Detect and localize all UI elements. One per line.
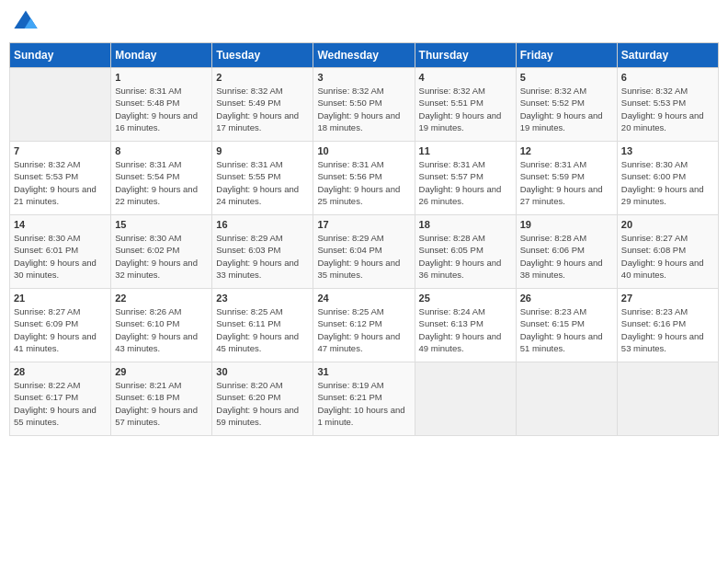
day-number: 14: [14, 219, 107, 230]
col-header-thursday: Thursday: [415, 43, 516, 68]
calendar-cell: 1 Sunrise: 8:31 AMSunset: 5:48 PMDayligh…: [111, 68, 212, 142]
day-number: 8: [115, 145, 208, 156]
logo-icon: [13, 9, 39, 35]
day-number: 24: [317, 293, 410, 304]
day-number: 4: [419, 72, 512, 83]
calendar-cell: 2 Sunrise: 8:32 AMSunset: 5:49 PMDayligh…: [212, 68, 313, 142]
calendar-cell: [516, 362, 617, 436]
day-number: 21: [14, 293, 107, 304]
calendar-cell: 6 Sunrise: 8:32 AMSunset: 5:53 PMDayligh…: [617, 68, 718, 142]
page-header: [9, 9, 719, 35]
day-info: Sunrise: 8:32 AMSunset: 5:53 PMDaylight:…: [621, 85, 714, 133]
calendar-cell: [10, 68, 111, 142]
calendar-cell: 9 Sunrise: 8:31 AMSunset: 5:55 PMDayligh…: [212, 142, 313, 215]
day-info: Sunrise: 8:21 AMSunset: 6:18 PMDaylight:…: [115, 379, 208, 428]
day-number: 7: [14, 145, 107, 156]
day-number: 2: [216, 72, 309, 83]
day-info: Sunrise: 8:30 AMSunset: 6:00 PMDaylight:…: [621, 158, 714, 207]
day-info: Sunrise: 8:30 AMSunset: 6:02 PMDaylight:…: [115, 232, 208, 281]
col-header-tuesday: Tuesday: [212, 43, 313, 68]
calendar-cell: 21 Sunrise: 8:27 AMSunset: 6:09 PMDaylig…: [10, 289, 111, 362]
day-number: 23: [216, 293, 309, 304]
day-number: 16: [216, 219, 309, 230]
day-number: 30: [216, 366, 309, 377]
day-number: 15: [115, 219, 208, 230]
day-info: Sunrise: 8:28 AMSunset: 6:05 PMDaylight:…: [419, 232, 512, 281]
col-header-saturday: Saturday: [617, 43, 718, 68]
calendar-cell: 27 Sunrise: 8:23 AMSunset: 6:16 PMDaylig…: [617, 289, 718, 362]
day-number: 9: [216, 145, 309, 156]
day-info: Sunrise: 8:31 AMSunset: 5:48 PMDaylight:…: [115, 85, 208, 133]
day-info: Sunrise: 8:32 AMSunset: 5:49 PMDaylight:…: [216, 85, 309, 133]
calendar-week-4: 21 Sunrise: 8:27 AMSunset: 6:09 PMDaylig…: [10, 289, 719, 362]
day-number: 29: [115, 366, 208, 377]
day-info: Sunrise: 8:19 AMSunset: 6:21 PMDaylight:…: [317, 379, 410, 428]
day-number: 5: [520, 72, 613, 83]
day-number: 26: [520, 293, 613, 304]
day-info: Sunrise: 8:20 AMSunset: 6:20 PMDaylight:…: [216, 379, 309, 428]
day-info: Sunrise: 8:31 AMSunset: 5:55 PMDaylight:…: [216, 158, 309, 207]
day-number: 1: [115, 72, 208, 83]
day-number: 18: [419, 219, 512, 230]
day-info: Sunrise: 8:32 AMSunset: 5:52 PMDaylight:…: [520, 85, 613, 133]
day-info: Sunrise: 8:22 AMSunset: 6:17 PMDaylight:…: [14, 379, 107, 428]
calendar-header: SundayMondayTuesdayWednesdayThursdayFrid…: [10, 43, 719, 68]
calendar-cell: 7 Sunrise: 8:32 AMSunset: 5:53 PMDayligh…: [10, 142, 111, 215]
day-info: Sunrise: 8:31 AMSunset: 5:56 PMDaylight:…: [317, 158, 410, 207]
calendar-cell: 8 Sunrise: 8:31 AMSunset: 5:54 PMDayligh…: [111, 142, 212, 215]
calendar-cell: 20 Sunrise: 8:27 AMSunset: 6:08 PMDaylig…: [617, 215, 718, 289]
calendar-cell: 26 Sunrise: 8:23 AMSunset: 6:15 PMDaylig…: [516, 289, 617, 362]
col-header-friday: Friday: [516, 43, 617, 68]
day-info: Sunrise: 8:26 AMSunset: 6:10 PMDaylight:…: [115, 305, 208, 354]
calendar-cell: [617, 362, 718, 436]
day-info: Sunrise: 8:27 AMSunset: 6:09 PMDaylight:…: [14, 305, 107, 354]
day-number: 12: [520, 145, 613, 156]
day-info: Sunrise: 8:24 AMSunset: 6:13 PMDaylight:…: [419, 305, 512, 354]
col-header-sunday: Sunday: [10, 43, 111, 68]
calendar-cell: 31 Sunrise: 8:19 AMSunset: 6:21 PMDaylig…: [313, 362, 415, 436]
calendar-cell: 23 Sunrise: 8:25 AMSunset: 6:11 PMDaylig…: [212, 289, 313, 362]
calendar-cell: 25 Sunrise: 8:24 AMSunset: 6:13 PMDaylig…: [415, 289, 516, 362]
calendar-cell: 17 Sunrise: 8:29 AMSunset: 6:04 PMDaylig…: [313, 215, 415, 289]
calendar-cell: 28 Sunrise: 8:22 AMSunset: 6:17 PMDaylig…: [10, 362, 111, 436]
calendar-week-5: 28 Sunrise: 8:22 AMSunset: 6:17 PMDaylig…: [10, 362, 719, 436]
day-info: Sunrise: 8:32 AMSunset: 5:51 PMDaylight:…: [419, 85, 512, 133]
day-number: 31: [317, 366, 410, 377]
day-info: Sunrise: 8:31 AMSunset: 5:59 PMDaylight:…: [520, 158, 613, 207]
day-number: 3: [317, 72, 410, 83]
calendar-cell: 30 Sunrise: 8:20 AMSunset: 6:20 PMDaylig…: [212, 362, 313, 436]
calendar-cell: 12 Sunrise: 8:31 AMSunset: 5:59 PMDaylig…: [516, 142, 617, 215]
day-info: Sunrise: 8:32 AMSunset: 5:50 PMDaylight:…: [317, 85, 410, 133]
day-info: Sunrise: 8:23 AMSunset: 6:15 PMDaylight:…: [520, 305, 613, 354]
day-info: Sunrise: 8:25 AMSunset: 6:12 PMDaylight:…: [317, 305, 410, 354]
calendar-week-3: 14 Sunrise: 8:30 AMSunset: 6:01 PMDaylig…: [10, 215, 719, 289]
calendar-cell: 14 Sunrise: 8:30 AMSunset: 6:01 PMDaylig…: [10, 215, 111, 289]
calendar-week-2: 7 Sunrise: 8:32 AMSunset: 5:53 PMDayligh…: [10, 142, 719, 215]
day-info: Sunrise: 8:31 AMSunset: 5:57 PMDaylight:…: [419, 158, 512, 207]
day-info: Sunrise: 8:30 AMSunset: 6:01 PMDaylight:…: [14, 232, 107, 281]
day-info: Sunrise: 8:29 AMSunset: 6:04 PMDaylight:…: [317, 232, 410, 281]
day-info: Sunrise: 8:27 AMSunset: 6:08 PMDaylight:…: [621, 232, 714, 281]
day-info: Sunrise: 8:31 AMSunset: 5:54 PMDaylight:…: [115, 158, 208, 207]
calendar-cell: 29 Sunrise: 8:21 AMSunset: 6:18 PMDaylig…: [111, 362, 212, 436]
day-number: 13: [621, 145, 714, 156]
calendar-cell: 13 Sunrise: 8:30 AMSunset: 6:00 PMDaylig…: [617, 142, 718, 215]
calendar-table: SundayMondayTuesdayWednesdayThursdayFrid…: [9, 42, 719, 436]
calendar-cell: [415, 362, 516, 436]
day-number: 6: [621, 72, 714, 83]
day-info: Sunrise: 8:23 AMSunset: 6:16 PMDaylight:…: [621, 305, 714, 354]
col-header-wednesday: Wednesday: [313, 43, 415, 68]
day-number: 17: [317, 219, 410, 230]
day-number: 28: [14, 366, 107, 377]
calendar-cell: 15 Sunrise: 8:30 AMSunset: 6:02 PMDaylig…: [111, 215, 212, 289]
calendar-cell: 22 Sunrise: 8:26 AMSunset: 6:10 PMDaylig…: [111, 289, 212, 362]
day-info: Sunrise: 8:28 AMSunset: 6:06 PMDaylight:…: [520, 232, 613, 281]
day-number: 25: [419, 293, 512, 304]
calendar-cell: 4 Sunrise: 8:32 AMSunset: 5:51 PMDayligh…: [415, 68, 516, 142]
col-header-monday: Monday: [111, 43, 212, 68]
calendar-cell: 10 Sunrise: 8:31 AMSunset: 5:56 PMDaylig…: [313, 142, 415, 215]
calendar-cell: 5 Sunrise: 8:32 AMSunset: 5:52 PMDayligh…: [516, 68, 617, 142]
calendar-cell: 24 Sunrise: 8:25 AMSunset: 6:12 PMDaylig…: [313, 289, 415, 362]
day-number: 10: [317, 145, 410, 156]
day-info: Sunrise: 8:29 AMSunset: 6:03 PMDaylight:…: [216, 232, 309, 281]
